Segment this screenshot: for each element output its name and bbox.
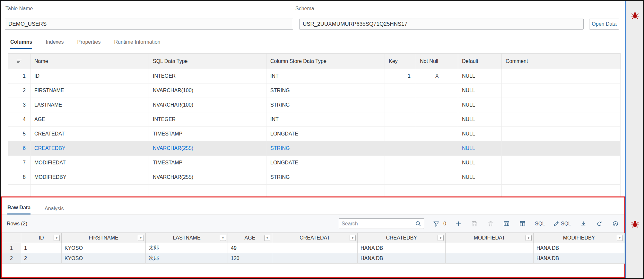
table-row[interactable]: 7MODIFIEDATTIMESTAMPLONGDATENULL bbox=[8, 156, 621, 170]
cell-sql-data-type: TIMESTAMP bbox=[149, 156, 266, 170]
cell-not-null bbox=[416, 141, 458, 156]
table-row[interactable]: 3LASTNAMENVARCHAR(100)STRINGNULL bbox=[8, 98, 621, 112]
trash-icon bbox=[488, 221, 493, 227]
grid-body: 11KYOSO太郎49HANA DBHANA DB22KYOSO次郎120HAN… bbox=[2, 243, 625, 264]
search-icon bbox=[415, 221, 421, 227]
grid-header-row: ID▼FIRSTNAME▼LASTNAME▼AGE▼CREATEDAT▼CREA… bbox=[2, 233, 625, 243]
column-filter-button[interactable]: ▼ bbox=[526, 235, 532, 241]
grid-column-header-lastname[interactable]: LASTNAME▼ bbox=[146, 233, 228, 243]
tab-runtime-information[interactable]: Runtime Information bbox=[114, 39, 160, 49]
cell-not-null bbox=[416, 127, 458, 141]
schema-input[interactable] bbox=[299, 19, 584, 30]
plus-icon bbox=[456, 221, 461, 227]
cell-key bbox=[385, 156, 416, 170]
column-filter-button[interactable]: ▼ bbox=[138, 235, 144, 241]
grid-cell: 1 bbox=[21, 243, 62, 253]
sql-button[interactable]: SQL bbox=[535, 221, 545, 227]
tab-analysis[interactable]: Analysis bbox=[45, 206, 64, 214]
grid-row[interactable]: 11KYOSO太郎49HANA DBHANA DB bbox=[2, 243, 625, 253]
cancel-button[interactable] bbox=[612, 220, 619, 228]
cell-comment bbox=[502, 127, 621, 141]
cell-default: NULL bbox=[458, 127, 502, 141]
grid-cell: 2 bbox=[21, 253, 62, 264]
grid-column-header-createdby[interactable]: CREATEDBY▼ bbox=[358, 233, 446, 243]
column-filter-button[interactable]: ▼ bbox=[54, 235, 60, 241]
column-header-sql-data-type[interactable]: SQL Data Type bbox=[149, 54, 266, 69]
debug-bug-icon[interactable] bbox=[631, 220, 640, 229]
column-filter-button[interactable]: ▼ bbox=[350, 235, 356, 241]
cell-not-null bbox=[416, 83, 458, 98]
column-filter-button[interactable]: ▼ bbox=[220, 235, 226, 241]
edit-sql-button-label: SQL bbox=[561, 221, 571, 227]
sort-icon bbox=[17, 59, 22, 63]
debug-bug-icon[interactable] bbox=[631, 11, 640, 20]
table-row[interactable]: 1IDINTEGERINT1XNULL bbox=[8, 69, 621, 83]
download-button[interactable] bbox=[579, 220, 587, 228]
hana-database-explorer-table-view: { "header": { "table_name_label": "Table… bbox=[0, 0, 644, 279]
edit-in-grid-button[interactable] bbox=[503, 220, 510, 228]
table-row[interactable]: 5CREATEDATTIMESTAMPLONGDATENULL bbox=[8, 127, 621, 141]
refresh-button[interactable] bbox=[596, 220, 603, 228]
grid-column-header-id[interactable]: ID▼ bbox=[21, 233, 62, 243]
grid-column-header-modifiedby[interactable]: MODIFIEDBY▼ bbox=[534, 233, 625, 243]
grid-cell: HANA DB bbox=[534, 253, 625, 264]
download-icon bbox=[580, 221, 586, 227]
grid-cell: HANA DB bbox=[534, 243, 625, 253]
grid-column-header-modifiedat[interactable]: MODIFIEDAT▼ bbox=[446, 233, 534, 243]
grid-cell: 太郎 bbox=[146, 243, 228, 253]
table-row[interactable]: 8MODIFIEDBYNVARCHAR(255)STRINGNULL bbox=[8, 170, 621, 185]
grid-cell bbox=[446, 253, 534, 264]
column-header-name[interactable]: Name bbox=[30, 54, 149, 69]
search-box[interactable] bbox=[339, 218, 424, 229]
grid-cell: KYOSO bbox=[62, 243, 146, 253]
table-row[interactable]: 2FIRSTNAMENVARCHAR(100)STRINGNULL bbox=[8, 83, 621, 98]
grid-row[interactable]: 22KYOSO次郎120HANA DBHANA DB bbox=[2, 253, 625, 264]
cell-comment bbox=[502, 112, 621, 127]
grid-cell: 49 bbox=[228, 243, 272, 253]
column-header-not-null[interactable]: Not Null bbox=[416, 54, 458, 69]
cell-default: NULL bbox=[458, 83, 502, 98]
grid-row-number: 2 bbox=[2, 253, 21, 264]
tab-raw-data[interactable]: Raw Data bbox=[7, 205, 30, 214]
column-header-comment[interactable]: Comment bbox=[502, 54, 621, 69]
grid-column-label: LASTNAME bbox=[173, 235, 200, 240]
cell-key bbox=[385, 127, 416, 141]
open-data-button[interactable]: Open Data bbox=[589, 19, 619, 30]
save-button[interactable] bbox=[471, 220, 478, 228]
grid-column-header-firstname[interactable]: FIRSTNAME▼ bbox=[62, 233, 146, 243]
table-row[interactable]: 4AGEINTEGERINTNULL bbox=[8, 112, 621, 127]
cell-comment bbox=[502, 141, 621, 156]
column-filter-button[interactable]: ▼ bbox=[438, 235, 444, 241]
row-number: 3 bbox=[8, 98, 30, 112]
add-row-button[interactable] bbox=[455, 220, 462, 228]
cell-key bbox=[385, 98, 416, 112]
grid-cell bbox=[272, 243, 358, 253]
delete-row-button[interactable] bbox=[487, 220, 494, 228]
cell-column-store-data-type: INT bbox=[266, 112, 385, 127]
raw-data-grid: ID▼FIRSTNAME▼LASTNAME▼AGE▼CREATEDAT▼CREA… bbox=[2, 233, 625, 264]
filter-button[interactable] bbox=[432, 220, 440, 228]
tab-properties[interactable]: Properties bbox=[77, 39, 101, 49]
detail-tabs: ColumnsIndexesPropertiesRuntime Informat… bbox=[1, 39, 643, 49]
cell-column-store-data-type: STRING bbox=[266, 170, 385, 185]
tab-columns[interactable]: Columns bbox=[10, 39, 32, 49]
grid-column-header-age[interactable]: AGE▼ bbox=[228, 233, 272, 243]
edit-sql-button[interactable]: SQL bbox=[553, 221, 571, 227]
columns-table-header-row: NameSQL Data TypeColumn Store Data TypeK… bbox=[8, 54, 621, 69]
tab-indexes[interactable]: Indexes bbox=[46, 39, 64, 49]
column-filter-button[interactable]: ▼ bbox=[264, 235, 270, 241]
toolbar-actions: 0 bbox=[339, 218, 619, 229]
grid-column-header-createdat[interactable]: CREATEDAT▼ bbox=[272, 233, 358, 243]
filter-icon bbox=[433, 221, 439, 227]
table-row[interactable]: 6CREATEDBYNVARCHAR(255)STRINGNULL bbox=[8, 141, 621, 156]
right-rail bbox=[625, 1, 643, 278]
sort-icon-header[interactable] bbox=[8, 54, 30, 69]
column-filter-button[interactable]: ▼ bbox=[617, 235, 623, 241]
table-view-button[interactable] bbox=[519, 220, 527, 228]
column-header-key[interactable]: Key bbox=[385, 54, 416, 69]
search-input[interactable] bbox=[342, 221, 415, 227]
cell-column-store-data-type: LONGDATE bbox=[266, 156, 385, 170]
column-header-column-store-data-type[interactable]: Column Store Data Type bbox=[266, 54, 385, 69]
table-name-input[interactable] bbox=[5, 19, 293, 30]
column-header-default[interactable]: Default bbox=[458, 54, 502, 69]
